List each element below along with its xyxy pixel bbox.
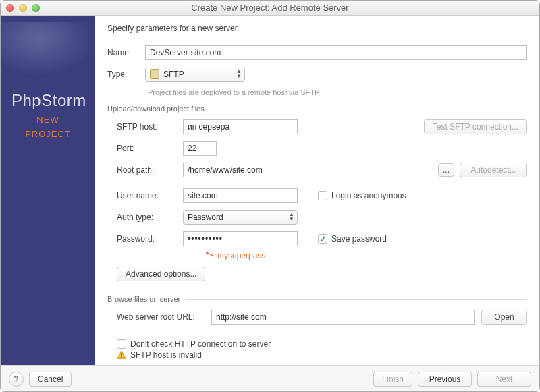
test-connection-button[interactable]: Test SFTP connection... [424, 119, 527, 134]
main-panel: Specify parameters for a new server. Nam… [95, 16, 539, 365]
previous-button[interactable]: Previous [418, 372, 472, 387]
open-button[interactable]: Open [481, 310, 527, 325]
root-path-input[interactable] [183, 163, 435, 177]
wizard-step-label: NEW PROJECT [1, 113, 95, 142]
chevron-updown-icon: ▲▼ [236, 69, 242, 78]
svg-rect-1 [121, 353, 122, 356]
upload-group: Upload/download project files SFTP host:… [107, 105, 527, 288]
auth-type-select[interactable]: Password ▲▼ [183, 210, 298, 225]
titlebar: Create New Project: Add Remote Server [1, 1, 539, 16]
name-input[interactable] [145, 45, 527, 60]
root-path-label: Root path: [117, 165, 183, 175]
browse-group: Browse files on server Web server root U… [107, 295, 527, 360]
warning-icon [117, 350, 126, 360]
warning-text: SFTP host is invalid [130, 350, 202, 360]
arrow-icon: ↖ [204, 246, 216, 260]
wizard-sidebar: PhpStorm NEW PROJECT [1, 16, 95, 365]
auth-type-value: Password [188, 213, 223, 222]
chevron-updown-icon: ▲▼ [289, 212, 294, 221]
username-label: User name: [117, 191, 183, 200]
save-password-label: Save password [331, 234, 387, 244]
browse-button[interactable]: ... [438, 163, 454, 177]
save-password-checkbox[interactable] [318, 234, 327, 244]
port-input[interactable] [183, 141, 217, 156]
sftp-icon [150, 69, 159, 79]
svg-rect-2 [121, 357, 122, 358]
type-hint: Project files are deployed to a remote h… [148, 88, 527, 96]
dont-check-checkbox[interactable] [117, 339, 126, 349]
dont-check-label: Don't check HTTP connection to server [130, 339, 271, 349]
window-title: Create New Project: Add Remote Server [1, 3, 539, 13]
username-input[interactable] [183, 188, 298, 203]
name-label: Name: [107, 48, 145, 57]
password-label: Password: [117, 234, 183, 244]
sftp-host-input[interactable] [183, 119, 298, 134]
product-name: PhpStorm [11, 91, 86, 110]
next-button[interactable]: Next [477, 372, 531, 387]
help-button[interactable]: ? [9, 372, 24, 387]
web-url-label: Web server root URL: [117, 312, 211, 322]
autodetect-button[interactable]: Autodetect... [460, 163, 527, 177]
web-url-input[interactable] [211, 310, 475, 325]
type-label: Type: [107, 69, 145, 79]
finish-button[interactable]: Finish [373, 372, 412, 387]
upload-legend: Upload/download project files [107, 105, 210, 113]
intro-text: Specify parameters for a new server. [107, 24, 527, 33]
port-label: Port: [117, 144, 183, 153]
footer: ? Cancel Finish Previous Next [1, 365, 539, 392]
auth-type-label: Auth type: [117, 213, 183, 222]
anonymous-checkbox[interactable] [318, 191, 327, 200]
type-value: SFTP [163, 69, 184, 79]
password-input[interactable] [183, 231, 298, 246]
cancel-button[interactable]: Cancel [29, 372, 72, 387]
sftp-host-label: SFTP host: [117, 122, 183, 132]
type-select[interactable]: SFTP ▲▼ [145, 67, 245, 82]
advanced-options-button[interactable]: Advanced options... [117, 267, 205, 281]
password-annotation: ↖mysuperpass [206, 249, 527, 261]
browse-legend: Browse files on server [107, 295, 186, 303]
anonymous-label: Login as anonymous [331, 191, 406, 200]
